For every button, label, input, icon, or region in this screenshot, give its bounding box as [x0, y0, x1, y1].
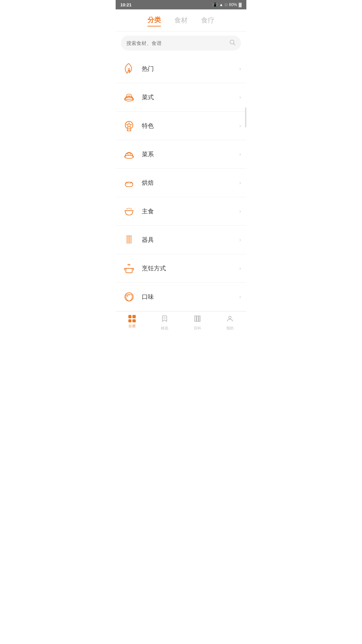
bowl-icon: [121, 203, 137, 219]
svg-point-14: [130, 154, 131, 155]
search-input[interactable]: [126, 40, 226, 46]
menu-item-zhushi[interactable]: 主食 ›: [116, 197, 246, 226]
svg-point-27: [125, 293, 133, 301]
arrow-remen: ›: [239, 66, 241, 72]
nav-item-jingxuan[interactable]: 精选: [148, 312, 181, 333]
menu-label-zhushi: 主食: [142, 207, 239, 215]
scroll-indicator: [245, 107, 246, 127]
nav-item-baike[interactable]: 百科: [181, 312, 214, 333]
arrow-qiju: ›: [239, 237, 241, 243]
svg-point-28: [127, 295, 128, 297]
person-nav-icon: [226, 315, 234, 324]
menu-label-kouwei: 口味: [142, 293, 239, 301]
nav-item-fenlei[interactable]: 分类: [116, 312, 148, 333]
arrow-caixi: ›: [239, 151, 241, 157]
tab-shicai[interactable]: 食材: [174, 16, 188, 26]
svg-point-12: [125, 155, 134, 159]
menu-label-hongbei: 烘焙: [142, 179, 239, 187]
menu-item-penfang[interactable]: 烹饪方式 ›: [116, 254, 246, 283]
status-time: 10:21: [120, 2, 131, 7]
search-container: [116, 32, 246, 55]
arrow-caishi: ›: [239, 94, 241, 100]
nav-item-wode[interactable]: 我的: [214, 312, 247, 333]
menu-list: 热门 › 菜式 ›: [116, 55, 246, 311]
grid-nav-icon: [128, 315, 136, 322]
arrow-zhushi: ›: [239, 208, 241, 214]
pot-icon: [121, 260, 137, 276]
menu-label-tese: 特色: [142, 122, 239, 130]
tab-fenlei[interactable]: 分类: [147, 15, 161, 26]
svg-rect-31: [197, 316, 198, 322]
svg-rect-30: [195, 316, 196, 322]
svg-rect-23: [126, 268, 132, 273]
arrow-kouwei: ›: [239, 294, 241, 300]
menu-label-remen: 热门: [142, 65, 239, 73]
svg-point-33: [229, 316, 231, 319]
arrow-penfang: ›: [239, 265, 241, 271]
wifi-icon: ▲: [219, 2, 223, 7]
utensils-icon: [121, 232, 137, 248]
svg-line-10: [130, 129, 131, 131]
search-icon: [229, 39, 236, 47]
svg-rect-32: [199, 316, 200, 322]
bars-nav-icon: [194, 315, 201, 324]
tab-shiliao[interactable]: 食疗: [201, 16, 215, 26]
search-box[interactable]: [121, 36, 241, 51]
menu-item-caishi[interactable]: 菜式 ›: [116, 83, 246, 112]
menu-item-qiju[interactable]: 器具 ›: [116, 226, 246, 254]
svg-point-4: [129, 96, 130, 97]
cuisine-icon: [121, 146, 137, 162]
menu-item-kouwei[interactable]: 口味 ›: [116, 283, 246, 311]
menu-label-penfang: 烹饪方式: [142, 264, 239, 272]
vibrate-icon: 📳: [213, 2, 218, 7]
svg-point-3: [127, 97, 128, 98]
header-tabs: 分类 食材 食疗: [116, 9, 246, 32]
menu-item-caixi[interactable]: 菜系 ›: [116, 140, 246, 169]
nav-label-baike: 百科: [194, 326, 201, 331]
menu-label-qiju: 器具: [142, 236, 239, 244]
status-bar: 10:21 📳 ▲ □ 60% ▓: [116, 0, 246, 9]
bread-icon: [121, 175, 137, 191]
flame-icon: [121, 61, 137, 77]
nav-label-jingxuan: 精选: [161, 326, 168, 331]
arrow-tese: ›: [239, 123, 241, 129]
nav-label-fenlei: 分类: [128, 324, 136, 329]
battery-text: 60%: [229, 2, 237, 7]
svg-point-5: [130, 97, 131, 98]
menu-item-tese[interactable]: 特色 ›: [116, 112, 246, 140]
taste-icon: [121, 289, 137, 305]
battery-icon: ▓: [239, 2, 242, 7]
menu-label-caixi: 菜系: [142, 150, 239, 158]
menu-item-remen[interactable]: 热门 ›: [116, 55, 246, 83]
signal-icon: □: [225, 2, 227, 7]
svg-line-9: [127, 129, 128, 131]
nav-label-wode: 我的: [226, 326, 234, 331]
menu-item-hongbei[interactable]: 烘焙 ›: [116, 169, 246, 197]
bottom-nav: 分类 精选 百科 我的: [116, 311, 246, 333]
svg-line-1: [234, 44, 235, 45]
svg-marker-8: [126, 123, 131, 128]
status-icons: 📳 ▲ □ 60% ▓: [213, 2, 242, 7]
menu-label-caishi: 菜式: [142, 93, 239, 101]
star-medal-icon: [121, 118, 137, 134]
svg-point-13: [128, 154, 129, 156]
arrow-hongbei: ›: [239, 180, 241, 186]
dish-icon: [121, 89, 137, 105]
bookmark-nav-icon: [161, 315, 168, 324]
